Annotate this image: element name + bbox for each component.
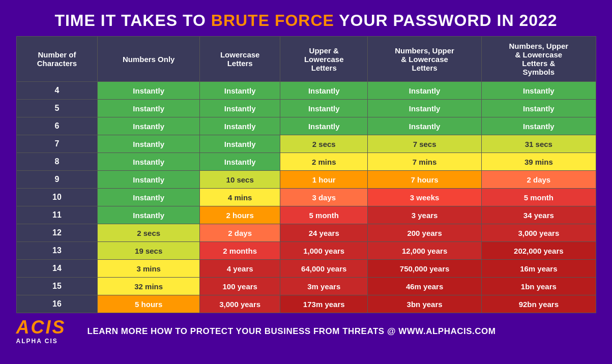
cell-3: Instantly [280,100,368,117]
cell-3: 24 years [280,224,368,242]
cell-3: 64,000 years [280,260,368,278]
cell-1: Instantly [98,171,199,189]
cell-4: 200 years [367,224,481,242]
table-row: 6InstantlyInstantlyInstantlyInstantlyIns… [16,117,596,135]
cell-5: 16m years [482,260,596,278]
cell-3: 2 secs [280,135,368,153]
cell-chars: 9 [16,171,98,189]
cell-5: 1bn years [482,278,596,295]
cell-1: Instantly [98,100,199,117]
cell-4: Instantly [367,117,481,135]
cell-1: 5 hours [98,295,199,313]
table-row: 4InstantlyInstantlyInstantlyInstantlyIns… [16,82,596,100]
cell-5: 92bn years [482,295,596,313]
cell-3: Instantly [280,82,368,100]
cell-2: Instantly [199,153,280,171]
table-row: 1319 secs2 months1,000 years12,000 years… [16,242,596,260]
cell-chars: 6 [16,117,98,135]
table-row: 9Instantly10 secs1 hour7 hours2 days [16,171,596,189]
cell-4: 7 mins [367,153,481,171]
cell-1: Instantly [98,117,199,135]
cell-1: 19 secs [98,242,199,260]
cell-5: Instantly [482,82,596,100]
cell-chars: 5 [16,100,98,117]
cell-chars: 14 [16,260,98,278]
cell-5: 31 secs [482,135,596,153]
cell-2: 10 secs [199,171,280,189]
cell-5: Instantly [482,100,596,117]
cell-5: Instantly [482,117,596,135]
title-bar: TIME IT TAKES TO BRUTE FORCE YOUR PASSWO… [44,0,567,36]
cell-5: 5 month [482,189,596,206]
cell-chars: 8 [16,153,98,171]
cell-4: 3bn years [367,295,481,313]
table-row: 122 secs2 days24 years200 years3,000 yea… [16,224,596,242]
logo-subtext: ALPHA CIS [16,338,58,345]
cell-2: Instantly [199,135,280,153]
title-part1: TIME IT TAKES TO [54,11,211,29]
cell-3: 3m years [280,278,368,295]
cell-chars: 7 [16,135,98,153]
footer: ACIS ALPHA CIS LEARN MORE HOW TO PROTECT… [16,318,596,345]
cell-4: 3 weeks [367,189,481,206]
table-body: 4InstantlyInstantlyInstantlyInstantlyIns… [16,82,596,313]
table-row: 1532 mins100 years3m years46m years1bn y… [16,278,596,295]
cell-1: Instantly [98,135,199,153]
cell-chars: 16 [16,295,98,313]
cell-5: 202,000 years [482,242,596,260]
cell-3: 5 month [280,206,368,224]
cell-chars: 13 [16,242,98,260]
logo: ACIS ALPHA CIS [16,318,72,345]
cell-2: 4 years [199,260,280,278]
cell-3: 3 days [280,189,368,206]
table-row: 10Instantly4 mins3 days3 weeks5 month [16,189,596,206]
table-row: 7InstantlyInstantly2 secs7 secs31 secs [16,135,596,153]
col-header-all: Numbers, Upper& LowercaseLetters &Symbol… [482,37,596,82]
cell-3: 1 hour [280,171,368,189]
cell-5: 3,000 years [482,224,596,242]
table-wrapper: Number ofCharacters Numbers Only Lowerca… [16,36,596,313]
table-row: 165 hours3,000 years173m years3bn years9… [16,295,596,313]
cell-3: Instantly [280,117,368,135]
cell-5: 39 mins [482,153,596,171]
cell-4: Instantly [367,82,481,100]
cell-chars: 4 [16,82,98,100]
footer-cta: LEARN MORE HOW TO PROTECT YOUR BUSINESS … [88,326,496,337]
cell-4: 12,000 years [367,242,481,260]
cell-2: 100 years [199,278,280,295]
cell-chars: 10 [16,189,98,206]
col-header-num-upper-lower: Numbers, Upper& LowercaseLetters [367,37,481,82]
table-header-row: Number ofCharacters Numbers Only Lowerca… [16,37,596,82]
col-header-chars: Number ofCharacters [16,37,98,82]
title-highlight: BRUTE FORCE [211,11,334,29]
table-row: 143 mins4 years64,000 years750,000 years… [16,260,596,278]
cell-1: Instantly [98,206,199,224]
cell-3: 173m years [280,295,368,313]
cell-2: Instantly [199,100,280,117]
cell-1: Instantly [98,189,199,206]
col-header-numbers: Numbers Only [98,37,199,82]
logo-text: ACIS [16,318,66,337]
col-header-upper-lower: Upper &LowercaseLetters [280,37,368,82]
cell-4: 46m years [367,278,481,295]
cell-1: 2 secs [98,224,199,242]
cell-2: 3,000 years [199,295,280,313]
cell-1: Instantly [98,82,199,100]
cell-3: 1,000 years [280,242,368,260]
title-text: TIME IT TAKES TO BRUTE FORCE YOUR PASSWO… [54,11,557,29]
password-table: Number ofCharacters Numbers Only Lowerca… [16,36,596,313]
cell-2: 2 months [199,242,280,260]
cell-4: 750,000 years [367,260,481,278]
cell-chars: 15 [16,278,98,295]
title-part2: YOUR PASSWORD IN 2022 [334,11,558,29]
cell-4: 7 hours [367,171,481,189]
table-row: 8InstantlyInstantly2 mins7 mins39 mins [16,153,596,171]
cell-5: 34 years [482,206,596,224]
cell-1: 3 mins [98,260,199,278]
cell-4: Instantly [367,100,481,117]
cell-2: 2 hours [199,206,280,224]
cell-1: Instantly [98,153,199,171]
cell-chars: 12 [16,224,98,242]
cell-2: 2 days [199,224,280,242]
cell-chars: 11 [16,206,98,224]
